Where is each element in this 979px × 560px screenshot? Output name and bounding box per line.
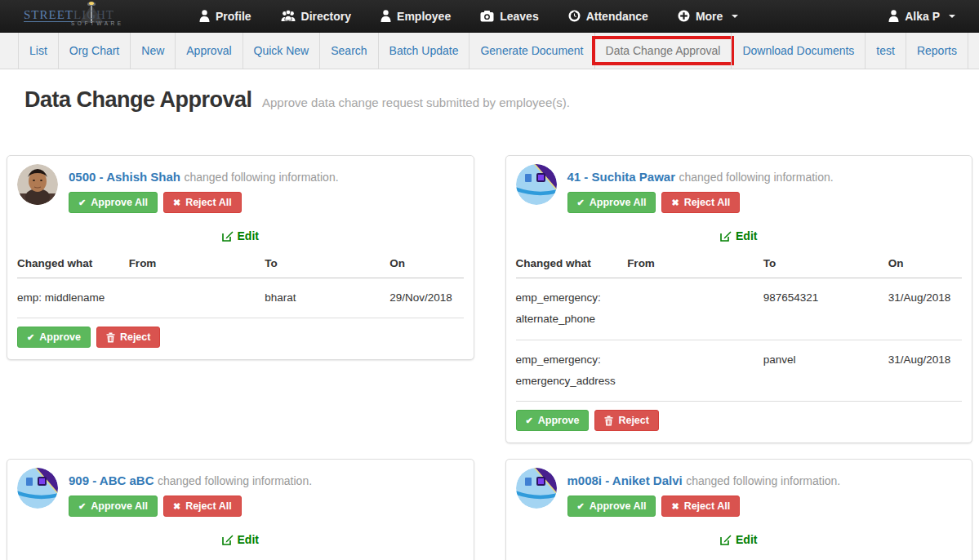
col-header-from: From xyxy=(627,250,763,278)
reject-button[interactable]: Reject xyxy=(594,410,659,431)
change-request-card: 0500 - Ashish Shah changed following inf… xyxy=(7,155,474,360)
changed-info-text: changed following information. xyxy=(158,474,312,487)
tab-data-change-approval[interactable]: Data Change Approval xyxy=(594,33,732,69)
col-header-changed: Changed what xyxy=(17,250,129,278)
changed-what-cell: emp_emergency: alternate_phone xyxy=(516,278,628,340)
employee-avatar-default xyxy=(17,468,58,509)
trash-icon xyxy=(106,332,115,343)
tab-list[interactable]: List xyxy=(18,33,58,69)
on-cell: 31/Aug/2018 xyxy=(888,340,962,402)
nav-item-attendance[interactable]: Attendance xyxy=(557,0,660,33)
change-request-card: 41 - Suchita Pawar changed following inf… xyxy=(505,155,973,443)
tab-batch-update[interactable]: Batch Update xyxy=(378,33,469,69)
edit-link[interactable]: Edit xyxy=(222,533,259,546)
nav-item-more[interactable]: More xyxy=(666,0,750,33)
change-row: emp: middlename bharat 29/Nov/2018 xyxy=(17,278,464,318)
user-menu-label: Alka P xyxy=(905,10,940,23)
approve-all-button[interactable]: ✔ Approve All xyxy=(567,192,656,213)
col-header-to: To xyxy=(763,250,888,278)
tab-generate-document[interactable]: Generate Document xyxy=(469,33,594,69)
edit-pencil-icon xyxy=(720,230,732,242)
on-cell: 29/Nov/2018 xyxy=(389,278,463,318)
streetlight-logo[interactable]: StreetLight SOFTWARE xyxy=(24,0,158,33)
reject-all-button[interactable]: ✖ Reject All xyxy=(661,496,740,517)
col-header-from: From xyxy=(129,250,265,278)
to-cell: bharat xyxy=(265,278,389,318)
tab-new[interactable]: New xyxy=(130,33,175,69)
approve-all-button[interactable]: ✔ Approve All xyxy=(69,192,158,213)
changes-table: Changed what From To On emp: functional_… xyxy=(516,553,963,560)
col-header-changed: Changed what xyxy=(17,553,129,560)
nav-item-label: Leaves xyxy=(500,10,538,23)
tab-download-documents[interactable]: Download Documents xyxy=(731,33,865,69)
brand-part1: Street xyxy=(24,8,73,22)
main-menu: Profile Directory Employee Leaves Attend… xyxy=(188,0,750,33)
cross-icon: ✖ xyxy=(671,198,679,207)
employee-name-link[interactable]: 909 - ABC aBC xyxy=(69,473,154,487)
nav-item-label: Directory xyxy=(301,10,351,23)
col-header-on: On xyxy=(389,250,463,278)
changed-what-cell: emp: middlename xyxy=(17,278,129,318)
change-request-card: m008i - Aniket Dalvi changed following i… xyxy=(505,459,973,560)
col-header-changed: Changed what xyxy=(516,250,628,278)
col-header-changed: Changed what xyxy=(516,553,628,560)
employee-name-link[interactable]: m008i - Aniket Dalvi xyxy=(567,473,683,487)
approve-button[interactable]: ✔ Approve xyxy=(516,410,590,431)
employee-avatar-default xyxy=(516,164,557,205)
edit-link[interactable]: Edit xyxy=(222,229,259,242)
nav-item-directory[interactable]: Directory xyxy=(269,0,363,33)
tab-reports[interactable]: Reports xyxy=(906,33,968,69)
col-header-on: On xyxy=(888,250,962,278)
tab-search[interactable]: Search xyxy=(319,33,377,69)
employee-avatar-photo xyxy=(17,164,58,205)
changed-info-text: changed following information. xyxy=(686,474,840,487)
change-request-cards: 0500 - Ashish Shah changed following inf… xyxy=(7,155,972,560)
on-cell: 31/Aug/2018 xyxy=(888,278,962,340)
change-row: emp_emergency: emergency_address panvel … xyxy=(516,340,963,402)
user-menu[interactable]: Alka P xyxy=(877,0,967,33)
check-icon: ✔ xyxy=(78,198,86,207)
edit-link[interactable]: Edit xyxy=(720,229,757,242)
tab-test[interactable]: test xyxy=(865,33,906,69)
nav-item-employee[interactable]: Employee xyxy=(369,0,462,33)
col-header-to: To xyxy=(265,250,389,278)
change-request-card: 909 - ABC aBC changed following informat… xyxy=(7,459,474,560)
reject-all-button[interactable]: ✖ Reject All xyxy=(163,496,242,517)
approve-all-button[interactable]: ✔ Approve All xyxy=(567,496,656,517)
from-cell xyxy=(627,278,763,340)
user-icon xyxy=(888,10,899,22)
plus-circle-icon xyxy=(678,10,690,22)
user-icon xyxy=(199,10,210,22)
approve-button[interactable]: ✔ Approve xyxy=(17,327,91,348)
col-header-from: From xyxy=(627,553,763,560)
nav-item-label: Employee xyxy=(397,10,451,23)
top-navbar: StreetLight SOFTWARE Profile Directory E… xyxy=(0,0,979,33)
reject-all-button[interactable]: ✖ Reject All xyxy=(163,192,242,213)
reject-all-button[interactable]: ✖ Reject All xyxy=(661,192,740,213)
approve-all-button[interactable]: ✔ Approve All xyxy=(69,496,158,517)
users-group-icon xyxy=(281,10,296,22)
employee-name-link[interactable]: 0500 - Ashish Shah xyxy=(69,170,180,184)
edit-pencil-icon xyxy=(222,230,234,242)
to-cell: 987654321 xyxy=(763,278,888,340)
nav-item-profile[interactable]: Profile xyxy=(188,0,263,33)
edit-link[interactable]: Edit xyxy=(720,533,757,546)
employee-name-link[interactable]: 41 - Suchita Pawar xyxy=(567,170,676,184)
changes-table: Changed what From To On emp: firstname A… xyxy=(17,553,464,560)
tab-approval[interactable]: Approval xyxy=(175,33,242,69)
changed-info-text: changed following information. xyxy=(679,171,834,184)
chevron-down-icon xyxy=(732,15,738,18)
col-header-to: To xyxy=(763,553,888,560)
camera-icon xyxy=(480,11,494,22)
cross-icon: ✖ xyxy=(173,502,180,511)
col-header-on: On xyxy=(888,553,962,560)
reject-button[interactable]: Reject xyxy=(96,327,161,348)
check-icon: ✔ xyxy=(577,502,585,511)
nav-item-leaves[interactable]: Leaves xyxy=(469,0,550,33)
tab-quick-new[interactable]: Quick New xyxy=(243,33,320,69)
page-subtitle: Approve data change request submitted by… xyxy=(262,96,570,109)
user-icon xyxy=(380,10,391,22)
from-cell xyxy=(627,340,763,402)
tab-org-chart[interactable]: Org Chart xyxy=(58,33,130,69)
changes-table: Changed what From To On emp: middlename … xyxy=(17,250,464,318)
